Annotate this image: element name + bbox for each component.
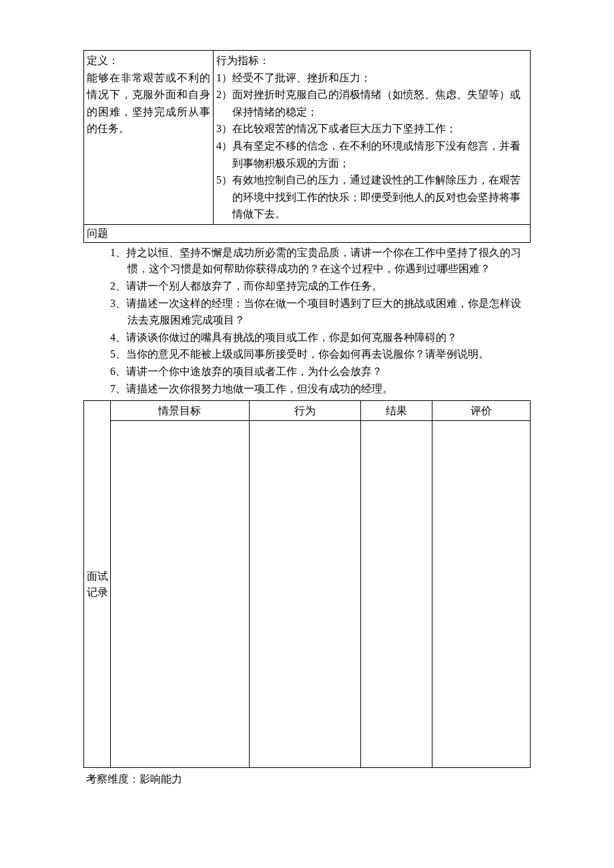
interview-record-table: 面试记录 情景目标 行为 结果 评价 [83,400,531,769]
question-item: 7、请描述一次你很努力地做一项工作，但没有成功的经理。 [110,381,524,398]
indicator-text: 有效地控制自己的压力，通过建设性的工作解除压力，在艰苦的环境中找到工作的快乐；即… [232,174,521,220]
question-item: 4、请谈谈你做过的嘴具有挑战的项目或工作，你是如何克服各种障碍的？ [110,330,524,346]
dimension-label: 考察维度：影响能力 [83,768,531,788]
question-item: 1、持之以恒、坚持不懈是成功所必需的宝贵品质，请讲一个你在工作中坚持了很久的习惯… [110,245,524,278]
question-item: 2、请讲一个别人都放弃了，而你却坚持完成的工作任务。 [110,278,524,295]
question-item: 6、请讲一个你中途放弃的项目或者工作，为什么会放弃？ [110,364,524,380]
definition-label: 定义： [87,52,210,69]
indicator-item: 5）有效地控制自己的压力，通过建设性的工作解除压力，在艰苦的环境中找到工作的快乐… [216,171,527,223]
indicator-item: 2）面对挫折时克服自己的消极情绪（如愤怒、焦虑、失望等）或保持情绪的稳定； [216,86,527,120]
questions-list: 1、持之以恒、坚持不懈是成功所必需的宝贵品质，请讲一个你在工作中坚持了很久的习惯… [83,243,531,400]
indicator-item: 4）具有坚定不移的信念，在不利的环境或情形下没有怨言，并看到事物积极乐观的方面； [216,137,527,171]
cell-result [360,421,432,768]
question-item: 3、请描述一次这样的经理：当你在做一个项目时遇到了巨大的挑战或困难，你是怎样设法… [110,296,524,329]
indicator-text: 经受不了批评、挫折和压力； [232,72,371,83]
col-header-eval: 评价 [432,400,530,421]
cell-behavior [249,421,360,768]
indicator-item: 3）在比较艰苦的情况下或者巨大压力下坚持工作； [216,120,527,137]
indicator-text: 具有坚定不移的信念，在不利的环境或情形下没有怨言，并看到事物积极乐观的方面； [232,140,521,169]
question-item: 5、当你的意见不能被上级或同事所接受时，你会如何再去说服你？请举例说明。 [110,346,524,363]
record-label-cell: 面试记录 [84,400,111,768]
cell-eval [432,421,530,768]
record-label: 面试记录 [87,570,108,598]
question-label: 问题 [84,225,111,242]
col-header-result: 结果 [360,400,432,421]
col-header-behavior: 行为 [249,400,360,421]
indicators-label: 行为指标： [216,52,527,69]
definition-body: 能够在非常艰苦或不利的情况下，克服外面和自身的困难，坚持完成所从事的任务。 [87,69,210,137]
indicator-text: 面对挫折时克服自己的消极情绪（如愤怒、焦虑、失望等）或保持情绪的稳定； [232,89,521,117]
cell-scene [111,421,249,768]
col-header-scene: 情景目标 [111,400,249,421]
indicator-text: 在比较艰苦的情况下或者巨大压力下坚持工作； [232,123,456,134]
indicator-item: 1）经受不了批评、挫折和压力； [216,69,527,87]
definition-table: 定义： 能够在非常艰苦或不利的情况下，克服外面和自身的困难，坚持完成所从事的任务… [83,50,531,243]
